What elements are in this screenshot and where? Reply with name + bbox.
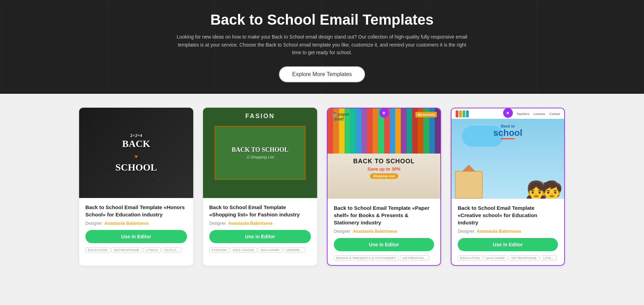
card-preview-2: FASION BACK TO SCHOOL ☑ Shopping List [203,108,317,198]
card-designer-2: Designer Anastasiia Babintseva [209,221,311,226]
tag-litmus: LITMUS [143,247,161,253]
hero-section: Back to School Email Templates Looking f… [0,0,644,94]
card-body-1: Back to School Email Template «Honors Sc… [79,198,193,266]
card-body-4: Back to School Email Template «Creative … [451,199,564,265]
logo-icon-orange [459,110,462,117]
hero-title: Back to School Email Templates [173,11,471,28]
tag-education-4: EDUCATION [458,255,482,261]
paper-shelf-content: BACK TO SCHOOL Save up to 30% Shopping n… [328,154,440,183]
designer-name-4: Anastasiia Babintseva [477,229,521,234]
logo-icons [456,110,469,117]
pro-badge-4 [503,108,513,118]
card-designer-4: Designer Anastasiia Babintseva [458,229,558,234]
tag-education: EDUCATION [85,247,110,253]
card-image-1: 2+2=4 BACK♥SCHOOL [79,108,193,198]
boy-character: 🧒 [541,181,562,199]
tag-getresponse: GETRESPONSE [111,247,142,253]
back-to-text: Back to school [493,124,523,140]
card-image-3: 📚 paper shelf My account [328,108,440,199]
creative-school-illustration: Back to school 👧 🧒 [451,108,564,199]
cards-grid: 2+2=4 BACK♥SCHOOL Back to School Email T… [79,108,565,266]
paper-shelf-main-title: BACK TO SCHOOL [333,158,435,165]
card-tags-1: EDUCATION GETRESPONSE LITMUS OUTLO... [85,247,187,253]
logo-icon-blue [466,110,469,117]
tag-kids-goods: KIDS GOODS [230,247,257,253]
use-in-editor-button-4[interactable]: Use in Editor [458,238,558,251]
hero-content: Back to School Email Templates Looking f… [159,11,485,82]
card-preview-1: 2+2=4 BACK♥SCHOOL [79,108,193,198]
pencil-13 [395,108,401,154]
logo-icon-red [456,110,458,117]
tag-outlook: OUTLO... [162,247,182,253]
template-card-2: FASION BACK TO SCHOOL ☑ Shopping List Ba… [203,108,317,266]
hero-subtitle: Looking for new ideas on how to make you… [173,33,471,56]
card-designer-1: Designer Anastasiia Babintseva [85,221,187,226]
card-tags-2: FASHION KIDS GOODS MAILCHIMP UNSERE... [209,247,311,253]
tag-getresponse-4: GETRESPONSE [509,255,539,261]
tag-unsere: UNSERE... [283,247,306,253]
pencil-9 [373,108,378,154]
designer-label-1: Designer [85,221,102,226]
template-card-4: Teachers Lessons Contact Back to school [451,108,565,266]
tag-books: BOOKS & PRESENTS & STATIONERY [334,255,399,261]
use-in-editor-button-2[interactable]: Use in Editor [209,230,311,243]
card-title-3: Back to School Email Template «Paper she… [334,204,434,226]
designer-name-2: Anastasiia Babintseva [228,221,272,226]
card-math-1: 2+2=4 [116,133,157,138]
building [455,171,483,199]
pencil-8 [367,108,373,154]
school-label: school [493,128,523,137]
card-title-4: Back to School Email Template «Creative … [458,204,558,226]
card-tags-4: EDUCATION MAILCHIMP GETRESPONSE LITM... [458,255,558,261]
shopping-list-chalk: ☑ Shopping List [246,155,274,159]
designer-label-2: Designer [209,221,226,226]
card-designer-3: Designer Anastasiia Babintseva [334,229,434,234]
tag-litmus-4: LITM... [541,255,557,261]
pencil-6 [356,108,361,154]
use-in-editor-button-3[interactable]: Use in Editor [334,238,434,251]
card-image-4: Teachers Lessons Contact Back to school [451,108,564,199]
explore-templates-button[interactable]: Explore More Templates [279,66,365,82]
pencil-5 [350,108,356,154]
card-body-2: Back to School Email Template «Shopping … [203,198,317,266]
template-card-3: 📚 paper shelf My account [327,108,441,266]
roof [462,165,476,172]
hero-bg-cell-1 [0,0,107,94]
card-text-1: 2+2=4 BACK♥SCHOOL [116,133,157,173]
card-preview-4: Teachers Lessons Contact Back to school [451,108,564,199]
template-card-1: 2+2=4 BACK♥SCHOOL Back to School Email T… [79,108,193,266]
nav-teachers: Teachers [517,112,529,116]
tag-getresponse-3: GETRESPON... [400,255,429,261]
heart-icon: ♥ [134,153,138,160]
pencil-7 [362,108,367,154]
card-tags-3: BOOKS & PRESENTS & STATIONERY GETRESPON.… [334,255,434,261]
chalkboard: BACK TO SCHOOL ☑ Shopping List [214,126,306,180]
pro-badge-3 [379,108,389,118]
card-preview-3: 📚 paper shelf My account [328,108,440,199]
pencil-15 [407,108,412,154]
school-underline [501,138,515,139]
tag-mailchimp: MAILCHIMP [258,247,282,253]
hero-bg-cell-6 [537,0,644,94]
paper-shelf-logo: 📚 paper shelf [332,112,349,122]
designer-label-3: Designer [334,229,350,234]
pencil-12 [390,108,395,154]
my-account-badge: My account [415,112,437,117]
back-to-school-chalk: BACK TO SCHOOL [232,146,288,154]
designer-name-3: Anastasiia Babintseva [353,229,397,234]
card-body-3: Back to School Email Template «Paper she… [328,199,440,265]
card-image-2: FASION BACK TO SCHOOL ☑ Shopping List [203,108,317,198]
designer-label-4: Designer [458,229,474,234]
paper-shelf-shop-btn: Shopping now [370,173,398,179]
designer-name-1: Anastasiia Babintseva [104,221,149,226]
cards-section: 2+2=4 BACK♥SCHOOL Back to School Email T… [0,94,644,287]
pencil-14 [401,108,406,154]
use-in-editor-button-1[interactable]: Use in Editor [85,230,187,243]
nav-lessons: Lessons [533,112,545,116]
paper-shelf-save: Save up to 30% [333,166,435,172]
fasion-brand: FASION [245,113,275,120]
tag-fashion: FASHION [209,247,229,253]
tag-mailchimp-4: MAILCHIMP [484,255,508,261]
card-title-2: Back to School Email Template «Shopping … [209,204,311,218]
card-title-1: Back to School Email Template «Honors Sc… [85,204,187,218]
